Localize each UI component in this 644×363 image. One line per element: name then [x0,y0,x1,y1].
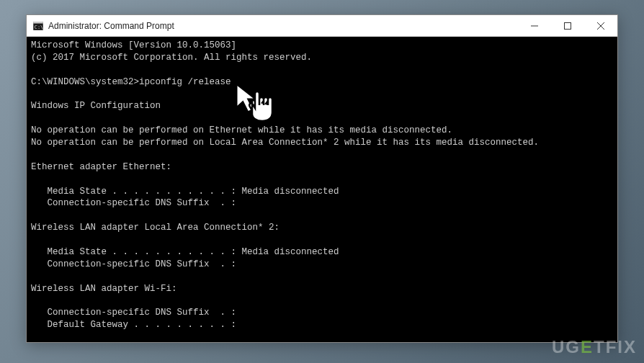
terminal-line: Media State . . . . . . . . . . . : Medi… [31,186,613,198]
terminal-line: Windows IP Configuration [31,100,613,112]
terminal-line [31,64,613,76]
terminal-line: Connection-specific DNS Suffix . : [31,259,613,271]
watermark-accent: E [581,337,594,357]
minimize-button[interactable] [518,15,551,37]
titlebar[interactable]: C:\ Administrator: Command Prompt [27,15,617,37]
terminal-line [31,331,613,342]
terminal-line: Connection-specific DNS Suffix . : [31,307,613,319]
svg-rect-4 [565,23,571,30]
close-button[interactable] [584,15,617,37]
terminal-line [31,112,613,125]
terminal-line [31,210,613,222]
terminal-line: Media State . . . . . . . . . . . : Medi… [31,246,613,259]
terminal-line: Wireless LAN adapter Wi-Fi: [31,283,613,295]
terminal-line: No operation can be performed on Local A… [31,137,613,149]
svg-text:C:\: C:\ [35,24,43,30]
watermark-right: TFIX [594,337,637,357]
window-controls [518,15,617,36]
terminal-line: (c) 2017 Microsoft Corporation. All righ… [31,52,613,64]
terminal-line [31,89,613,101]
terminal-line: Microsoft Windows [Version 10.0.15063] [31,40,613,52]
command-prompt-window: C:\ Administrator: Command Prompt Micros… [26,14,618,343]
svg-rect-1 [33,22,43,24]
terminal-line: Default Gateway . . . . . . . . . : [31,319,613,331]
terminal-line [31,271,613,283]
watermark-left: UG [552,337,581,357]
watermark: UGETFIX [552,337,637,357]
window-title: Administrator: Command Prompt [48,21,518,31]
terminal-line [31,149,613,161]
terminal-line: Wireless LAN adapter Local Area Connecti… [31,222,613,234]
terminal-line: C:\WINDOWS\system32>ipconfig /release [31,76,613,89]
terminal-line: Connection-specific DNS Suffix . : [31,197,613,210]
terminal-line: Ethernet adapter Ethernet: [31,161,613,174]
terminal-line [31,174,613,186]
terminal-line [31,295,613,307]
cmd-icon: C:\ [32,20,44,32]
maximize-button[interactable] [551,15,584,37]
terminal-output[interactable]: Microsoft Windows [Version 10.0.15063](c… [27,37,617,342]
terminal-line: No operation can be performed on Etherne… [31,125,613,137]
terminal-line [31,234,613,246]
